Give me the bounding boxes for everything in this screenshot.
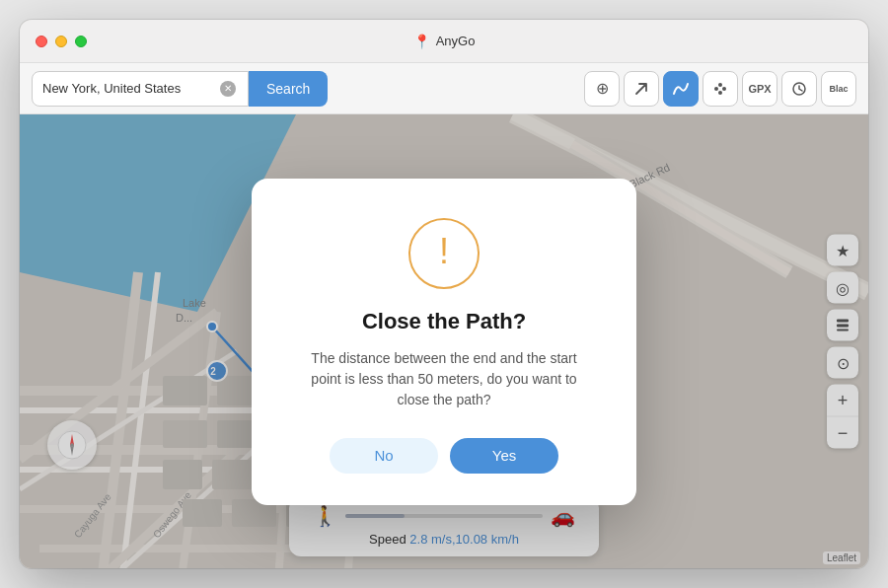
modal-overlay: ! Close the Path? The distance between t…: [20, 114, 868, 568]
tool-multipoint[interactable]: [703, 71, 738, 107]
toolbar: ✕ Search ⊕: [20, 63, 868, 114]
search-input[interactable]: [42, 81, 220, 96]
tool-arrow[interactable]: [624, 71, 659, 107]
app-window: 📍 AnyGo ✕ Search ⊕: [20, 20, 868, 568]
app-title: AnyGo: [436, 34, 476, 48]
titlebar: 📍 AnyGo: [20, 20, 868, 63]
modal-title: Close the Path?: [362, 309, 526, 334]
search-input-wrapper: ✕: [32, 71, 249, 107]
search-container: ✕ Search: [32, 71, 328, 107]
gpx-label: GPX: [748, 83, 771, 95]
modal-yes-button[interactable]: Yes: [450, 438, 558, 474]
svg-point-3: [718, 91, 722, 95]
toolbar-right: ⊕ GPX: [584, 71, 856, 107]
app-pin-icon: 📍: [413, 34, 430, 49]
tool-gpx[interactable]: GPX: [742, 71, 777, 107]
modal-no-button[interactable]: No: [330, 438, 438, 474]
tool-crosshair[interactable]: ⊕: [584, 71, 620, 107]
exclamation-icon: !: [439, 234, 449, 269]
tool-route[interactable]: [663, 71, 699, 107]
tool-black[interactable]: Blac: [821, 71, 856, 107]
svg-point-2: [722, 87, 726, 91]
close-button[interactable]: [36, 36, 47, 47]
minimize-button[interactable]: [55, 36, 67, 47]
clear-search-button[interactable]: ✕: [220, 81, 236, 97]
modal-dialog: ! Close the Path? The distance between t…: [252, 179, 636, 505]
map-area[interactable]: Black Rd Cayuga Ave Oswego Ave: [20, 114, 868, 568]
titlebar-title: 📍 AnyGo: [413, 34, 476, 49]
modal-warning-icon: !: [408, 218, 480, 289]
modal-message: The distance between the end and the sta…: [301, 348, 587, 410]
search-button[interactable]: Search: [249, 71, 328, 107]
tool-history[interactable]: [781, 71, 817, 107]
svg-point-0: [714, 87, 718, 91]
modal-buttons: No Yes: [330, 438, 558, 474]
traffic-lights: [36, 36, 87, 47]
maximize-button[interactable]: [75, 36, 87, 47]
svg-point-1: [718, 83, 722, 87]
